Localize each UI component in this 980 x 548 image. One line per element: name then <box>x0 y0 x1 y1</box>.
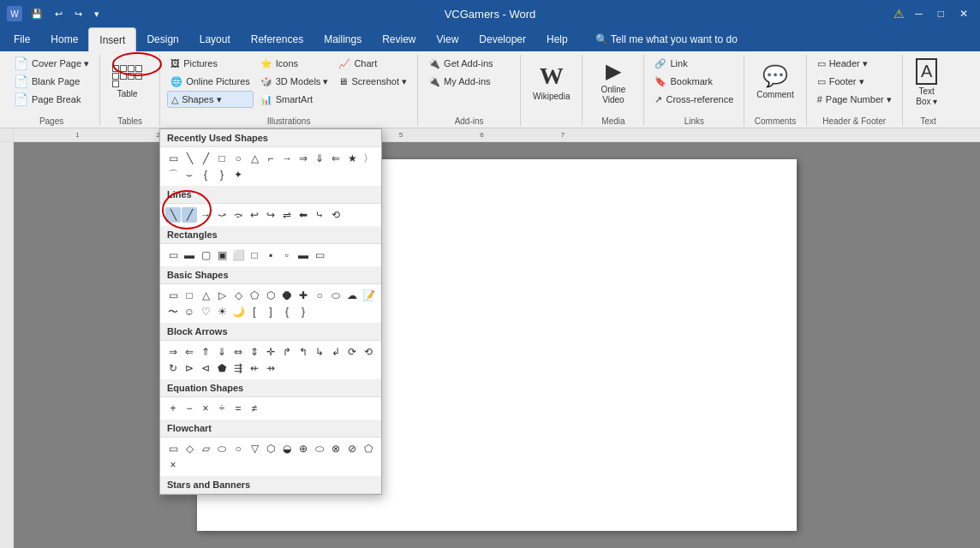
bs-bracket-r[interactable]: ] <box>263 304 278 319</box>
shape-block-arrow-d[interactable]: ⇓ <box>312 151 327 166</box>
get-addins-btn[interactable]: 🔌 Get Add-ins <box>425 55 496 72</box>
ba-notched-r[interactable]: ⇷ <box>247 360 262 376</box>
restore-btn[interactable]: □ <box>933 8 949 20</box>
line-scribble[interactable]: ⇌ <box>279 207 295 223</box>
undo-qat-btn[interactable]: ↩ <box>51 7 66 21</box>
chart-btn[interactable]: 📈 Chart <box>335 55 410 72</box>
redo-qat-btn[interactable]: ↪ <box>71 7 86 21</box>
tab-references[interactable]: References <box>241 27 314 51</box>
ba-circle-r[interactable]: ↻ <box>165 360 181 376</box>
bs-oval[interactable]: ⬭ <box>328 288 344 303</box>
bs-brace-r[interactable]: } <box>296 304 311 319</box>
line-diag2[interactable]: ╱ <box>182 207 197 223</box>
ba-stripe-r[interactable]: ⇶ <box>230 360 246 376</box>
eq-div[interactable]: ÷ <box>214 401 230 416</box>
ba-bend-r[interactable]: ↳ <box>312 344 327 360</box>
ba-turn-r[interactable]: ↱ <box>279 344 295 360</box>
shape-chevron[interactable]: 〉 <box>361 151 376 166</box>
bs-diamond[interactable]: ◇ <box>230 288 246 303</box>
bs-rect[interactable]: ▭ <box>165 288 181 303</box>
bs-note[interactable]: 📝 <box>361 288 376 303</box>
line-arc2[interactable]: ⤼ <box>230 207 246 223</box>
header-btn[interactable]: ▭ Header ▾ <box>814 55 895 72</box>
shape-curve[interactable]: ⌣ <box>182 167 197 182</box>
shape-line1[interactable]: ╲ <box>182 151 197 166</box>
tab-file[interactable]: File <box>3 27 40 51</box>
tab-developer[interactable]: Developer <box>469 27 536 51</box>
bs-bracket-l[interactable]: [ <box>247 304 262 319</box>
shape-corner[interactable]: ⌐ <box>263 151 278 166</box>
comment-btn[interactable]: 💬 Comment <box>751 55 798 110</box>
rect1[interactable]: ▭ <box>165 247 181 263</box>
fc-circle[interactable]: ○ <box>230 441 246 456</box>
fc-stored-data[interactable]: ⊗ <box>328 441 344 456</box>
fc-prep[interactable]: ⬡ <box>263 441 278 456</box>
line-arc1[interactable]: ⤻ <box>214 207 230 223</box>
fc-cylinder[interactable]: ⬭ <box>214 441 230 456</box>
page-number-btn[interactable]: # Page Number ▾ <box>814 91 895 108</box>
tab-mailings[interactable]: Mailings <box>314 27 372 51</box>
line-loop[interactable]: ⟲ <box>328 207 344 223</box>
ba-quad[interactable]: ✛ <box>263 344 278 360</box>
fc-delay[interactable]: ⊘ <box>344 441 360 456</box>
rect5[interactable]: ⬜ <box>230 247 246 263</box>
online-pictures-btn[interactable]: 🌐 Online Pictures <box>167 73 254 90</box>
bs-brace-l[interactable]: { <box>279 304 295 319</box>
eq-plus[interactable]: + <box>165 401 181 416</box>
bs-sun[interactable]: ☀ <box>214 304 230 319</box>
cover-page-btn[interactable]: 📄 Cover Page ▾ <box>10 55 93 72</box>
bs-rtri[interactable]: ▷ <box>214 288 230 303</box>
ba-turn-l[interactable]: ↰ <box>296 344 311 360</box>
close-btn[interactable]: ✕ <box>954 8 973 20</box>
rect10[interactable]: ▭ <box>312 247 327 263</box>
fc-doc[interactable]: ◒ <box>279 441 295 456</box>
text-box-btn[interactable]: A TextBox ▾ <box>910 55 944 110</box>
line-arrow[interactable]: → <box>198 207 213 223</box>
shape-rect2[interactable]: □ <box>214 151 230 166</box>
page-break-btn[interactable]: 📄 Page Break <box>10 91 93 108</box>
shapes-btn[interactable]: △ Shapes ▾ <box>167 91 254 108</box>
ba-l[interactable]: ⇐ <box>182 344 197 360</box>
rect3[interactable]: ▢ <box>198 247 213 263</box>
link-btn[interactable]: 🔗 Link <box>651 55 737 72</box>
bs-wave[interactable]: 〜 <box>165 304 181 319</box>
tab-help[interactable]: Help <box>536 27 578 51</box>
eq-minus[interactable]: − <box>182 401 197 416</box>
rect6[interactable]: □ <box>247 247 262 263</box>
ba-u[interactable]: ⇑ <box>198 344 213 360</box>
line-diag1[interactable]: ╲ <box>165 207 181 223</box>
rect4[interactable]: ▣ <box>214 247 230 263</box>
line-freeform[interactable]: ⬅ <box>296 207 311 223</box>
eq-mult[interactable]: × <box>198 401 213 416</box>
rect8[interactable]: ▫ <box>279 247 295 263</box>
tab-insert[interactable]: Insert <box>88 27 136 51</box>
bs-smiley[interactable]: ☺ <box>182 304 197 319</box>
bs-hex[interactable]: ⬡ <box>263 288 278 303</box>
footer-btn[interactable]: ▭ Footer ▾ <box>814 73 895 90</box>
fc-multi-doc[interactable]: ⊕ <box>296 441 311 456</box>
bs-circle[interactable]: ○ <box>312 288 327 303</box>
fc-connector[interactable]: × <box>165 457 181 473</box>
bs-oct[interactable]: ⯃ <box>279 288 295 303</box>
ba-loop-l[interactable]: ⟲ <box>361 344 376 360</box>
customize-qat-btn[interactable]: ▾ <box>91 7 103 21</box>
bs-cross[interactable]: ✚ <box>296 288 311 303</box>
ba-lr[interactable]: ⇔ <box>230 344 246 360</box>
cross-reference-btn[interactable]: ↗ Cross-reference <box>651 91 737 108</box>
ba-bend-l[interactable]: ↲ <box>328 344 344 360</box>
fc-rect[interactable]: ▭ <box>165 441 181 456</box>
tab-view[interactable]: View <box>427 27 469 51</box>
online-video-btn[interactable]: ▶ OnlineVideo <box>589 55 636 110</box>
bs-tri[interactable]: △ <box>198 288 213 303</box>
line-curve3[interactable]: ⤷ <box>312 207 327 223</box>
screenshot-btn[interactable]: 🖥 Screenshot ▾ <box>335 73 410 90</box>
wikipedia-btn[interactable]: W Wikipedia <box>528 55 575 110</box>
shape-sparkle[interactable]: ✦ <box>230 167 246 182</box>
shape-brace-r[interactable]: } <box>214 167 230 182</box>
line-curve1[interactable]: ↩ <box>247 207 262 223</box>
blank-page-btn[interactable]: 📄 Blank Page <box>10 73 93 90</box>
shape-line2[interactable]: ╱ <box>198 151 213 166</box>
shape-block-arrow-l[interactable]: ⇐ <box>328 151 344 166</box>
rect9[interactable]: ▬ <box>296 247 311 263</box>
fc-manual-input[interactable]: ▽ <box>247 441 262 456</box>
